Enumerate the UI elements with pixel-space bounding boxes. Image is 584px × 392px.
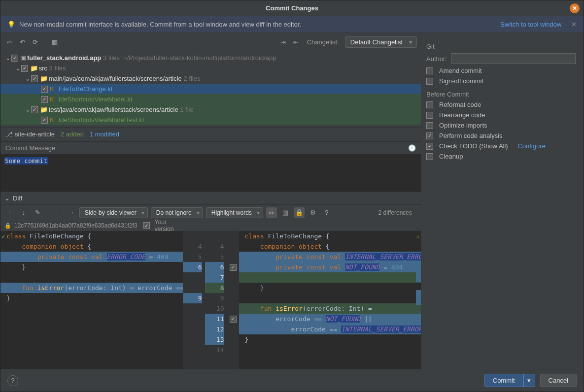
undo-icon[interactable]: ↶	[17, 37, 27, 47]
diff-count: 2 differences	[378, 209, 417, 216]
changes-toolbar: ⤺ ↶ ⟳ ▦ ⇥ ⇤ Changelist: Default Changeli…	[0, 33, 421, 51]
chevron-down-icon[interactable]: ⌄	[24, 104, 31, 115]
collapse-unchanged-icon[interactable]: ⇔	[266, 207, 277, 218]
diff-left-pane[interactable]: ✔ class class FileToBeChange {FileToBeCh…	[0, 231, 183, 369]
diff-view[interactable]: ✔ class class FileToBeChange {FileToBeCh…	[0, 231, 421, 369]
title: Commit Changes	[266, 4, 318, 12]
hunk-checkbox[interactable]: ✓	[230, 264, 237, 271]
folder-icon: 📁	[40, 73, 47, 84]
tree-module-row[interactable]: ⌄ ✓ ▣ fuller_stack.android.app 3 files ~…	[0, 53, 421, 63]
amend-checkbox[interactable]	[426, 67, 433, 74]
chevron-down-icon[interactable]: ⌄	[4, 195, 10, 202]
tree-main-row[interactable]: ⌄ ✓ 📁 main/java/com/akjaw/fullerstack/sc…	[0, 73, 421, 84]
banner-close-icon[interactable]: ✕	[571, 21, 577, 28]
diff-info-bar: 🔒 12c7751f49d1ab4aa0f7a82f9e635ad6d431f2…	[0, 220, 421, 231]
ok-marker-icon: ✔	[1, 233, 5, 240]
folder-icon: 📁	[30, 63, 37, 73]
collapse-icon[interactable]: ⇥	[278, 37, 288, 47]
viewer-combo[interactable]: Side-by-side viewer	[79, 207, 148, 218]
kotlin-file-icon: K	[50, 84, 57, 94]
author-input[interactable]	[451, 53, 576, 64]
tree-test-row[interactable]: ⌄ ✓ 📁 test/java/com/akjaw/fullerstack/sc…	[0, 104, 421, 115]
cleanup-checkbox[interactable]	[426, 153, 433, 160]
ignore-combo[interactable]: Do not ignore	[151, 207, 203, 218]
hunk-checkbox[interactable]: ✓	[230, 316, 237, 323]
cancel-button[interactable]: Cancel	[540, 374, 577, 387]
checkbox[interactable]: ✓	[31, 75, 38, 82]
diff-hunk-checkboxes: ✓ ✓	[227, 231, 239, 369]
warning-marker-icon: ⚠	[416, 233, 420, 240]
prev-diff-icon[interactable]: ↑	[4, 207, 15, 218]
module-icon: ▣	[20, 53, 27, 63]
help-icon[interactable]: ?	[321, 207, 332, 218]
tree-src-row[interactable]: ⌄ ✓ 📁 src 3 files	[0, 63, 421, 73]
modified-count: 1 modified	[90, 131, 119, 138]
branch-bar: ⎇site-ide-article 2 added 1 modified	[0, 127, 421, 141]
diff-toolbar: ↑ ↓ ✎ ← → Side-by-side viewer Do not ign…	[0, 204, 421, 220]
signoff-label: Sign-off commit	[439, 77, 483, 85]
configure-link[interactable]: Configure	[517, 142, 545, 150]
next-file-icon[interactable]: →	[66, 207, 76, 218]
reformat-checkbox[interactable]	[426, 101, 433, 108]
diff-right-pane[interactable]: ⚠ class FileToBeChange { companion objec…	[239, 231, 421, 369]
diff-gutter: 4 5 6 9 4 5	[183, 231, 227, 369]
checkbox[interactable]: ✓	[11, 55, 18, 62]
dialog-footer: ? Commit ▾ Cancel	[0, 369, 584, 392]
chevron-down-icon[interactable]: ⌄	[24, 73, 31, 84]
commit-button[interactable]: Commit	[484, 374, 523, 387]
optimize-checkbox[interactable]	[426, 122, 433, 129]
added-count: 2 added	[61, 131, 84, 138]
folder-icon: 📁	[40, 104, 47, 115]
expand-icon[interactable]: ⇤	[291, 37, 301, 47]
chevron-down-icon[interactable]: ⌄	[14, 63, 21, 73]
git-options-panel: Git Author: Amend commit Sign-off commit…	[421, 33, 584, 369]
settings-icon[interactable]: ⚙	[308, 207, 318, 218]
titlebar: Commit Changes ✕	[0, 0, 584, 16]
changes-tree[interactable]: ⌄ ✓ ▣ fuller_stack.android.app 3 files ~…	[0, 51, 421, 127]
diff-header[interactable]: ⌄ Diff	[0, 192, 421, 204]
refresh-icon[interactable]: ⟳	[30, 37, 40, 47]
help-icon[interactable]: ?	[7, 375, 18, 386]
lock-icon: 🔒	[4, 223, 11, 229]
rearrange-checkbox[interactable]	[426, 112, 433, 119]
next-diff-icon[interactable]: ↓	[18, 207, 29, 218]
signoff-checkbox[interactable]	[426, 78, 433, 85]
checkbox[interactable]: ✓	[41, 117, 48, 124]
rollback-icon[interactable]: ⤺	[4, 37, 14, 47]
todo-checkbox[interactable]: ✓	[426, 143, 433, 150]
tree-file-2[interactable]: ✓ K IdeShortcutsViewModel.kt	[0, 94, 421, 104]
author-label: Author:	[426, 55, 447, 63]
analysis-checkbox[interactable]: ✓	[426, 132, 433, 139]
branch-icon: ⎇	[5, 131, 13, 138]
git-header: Git	[426, 43, 576, 50]
banner-text: New non-modal commit interface is availa…	[19, 21, 301, 28]
group-icon[interactable]: ▦	[50, 37, 60, 47]
prev-file-icon[interactable]: ←	[52, 207, 63, 218]
commit-dropdown-button[interactable]: ▾	[523, 374, 535, 387]
kotlin-file-icon: K	[50, 94, 57, 104]
close-icon[interactable]: ✕	[570, 3, 580, 13]
chevron-down-icon[interactable]: ⌄	[4, 53, 11, 63]
checkbox[interactable]: ✓	[41, 96, 48, 103]
tree-file-1[interactable]: ✓ K FileToBeChange.kt	[0, 84, 421, 94]
switch-tool-window-link[interactable]: Switch to tool window	[500, 21, 561, 28]
right-version-label: Your version	[155, 219, 185, 232]
highlight-combo[interactable]: Highlight words	[206, 207, 263, 218]
sync-scroll-icon[interactable]: ▥	[280, 207, 291, 218]
tree-file-3[interactable]: ✓ K IdeShortcutsViewModelTest.kt	[0, 115, 421, 125]
history-icon[interactable]: 🕘	[408, 144, 416, 152]
commit-message-input[interactable]: Some commit	[0, 154, 421, 192]
changelist-combo[interactable]: Default Changelist	[345, 36, 417, 48]
info-banner: 💡 New non-modal commit interface is avai…	[0, 16, 584, 33]
lightbulb-icon: 💡	[7, 21, 15, 28]
before-commit-header: Before Commit	[426, 91, 576, 98]
commit-message-header: Commit Message 🕘	[0, 141, 421, 154]
edit-icon[interactable]: ✎	[32, 207, 43, 218]
changelist-label: Changelist:	[307, 38, 339, 46]
left-revision: 12c7751f49d1ab4aa0f7a82f9e635ad6d431f2f3	[14, 222, 137, 229]
checkbox[interactable]: ✓	[143, 222, 150, 229]
lock-icon[interactable]: 🔒	[294, 207, 305, 218]
checkbox[interactable]: ✓	[31, 106, 38, 113]
checkbox[interactable]: ✓	[21, 65, 28, 72]
checkbox[interactable]: ✓	[41, 86, 48, 93]
